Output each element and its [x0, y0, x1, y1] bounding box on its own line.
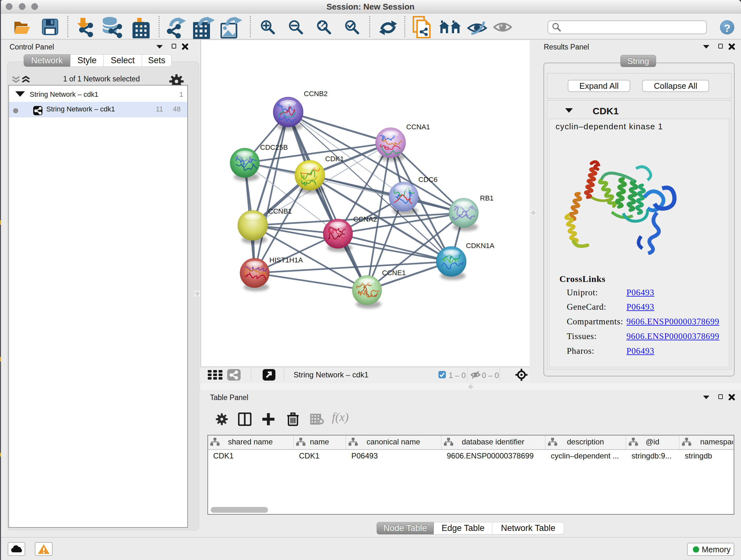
svg-text:CCNB2: CCNB2: [304, 90, 328, 98]
svg-text:CDC6: CDC6: [418, 176, 437, 184]
svg-text:HIST1H1A: HIST1H1A: [269, 256, 303, 264]
svg-text:RB1: RB1: [480, 194, 494, 202]
svg-text:CDKN1A: CDKN1A: [466, 242, 495, 250]
svg-text:CCNA1: CCNA1: [406, 123, 430, 131]
svg-text:CCNE1: CCNE1: [382, 269, 406, 277]
svg-text:CDC25B: CDC25B: [260, 143, 288, 151]
svg-text:CCNA2: CCNA2: [353, 215, 377, 223]
svg-text:CCNB1: CCNB1: [268, 207, 292, 215]
svg-text:CDK1: CDK1: [325, 155, 344, 163]
